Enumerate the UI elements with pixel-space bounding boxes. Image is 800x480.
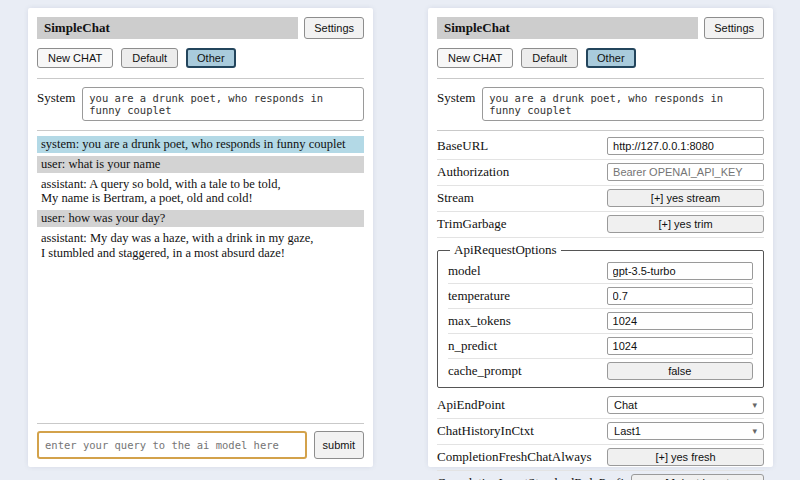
model-input[interactable]	[607, 262, 753, 280]
chat-message-assistant: assistant: A query so bold, with a tale …	[37, 176, 364, 208]
setting-row-cache-prompt: cache_prompt false	[448, 359, 753, 383]
setting-row-completion-insert-role-prefix: CompletionInsertStandardRolePrefix [-] d…	[437, 471, 764, 480]
baseurl-label: BaseURL	[437, 138, 488, 154]
app-title: SimpleChat	[437, 17, 698, 39]
chat-log: system: you are a drunk poet, who respon…	[37, 136, 364, 264]
query-row: submit	[37, 431, 364, 459]
cache-prompt-label: cache_prompt	[448, 363, 522, 379]
divider	[437, 78, 764, 79]
model-label: model	[448, 263, 481, 279]
settings-button[interactable]: Settings	[304, 17, 364, 39]
setting-row-api-endpoint: ApiEndPoint Chat ▾	[437, 393, 764, 419]
divider	[37, 423, 364, 424]
stream-toggle-button[interactable]: [+] yes stream	[607, 189, 764, 207]
max-tokens-input[interactable]	[607, 312, 753, 330]
divider	[437, 130, 764, 131]
setting-row-model: model	[448, 259, 753, 284]
system-prompt-label: System	[37, 87, 75, 106]
setting-row-trimgarbage: TrimGarbage [+] yes trim	[437, 212, 764, 238]
app-title: SimpleChat	[37, 17, 298, 39]
api-request-options-legend: ApiRequestOptions	[450, 242, 561, 258]
session-button-default[interactable]: Default	[521, 48, 578, 68]
setting-row-baseurl: BaseURL	[437, 134, 764, 160]
authorization-label: Authorization	[437, 164, 509, 180]
api-endpoint-selected-value: Chat	[614, 399, 637, 411]
baseurl-input[interactable]	[607, 137, 764, 155]
temperature-label: temperature	[448, 288, 510, 304]
completion-fresh-chat-label: CompletionFreshChatAlways	[437, 449, 592, 465]
temperature-input[interactable]	[607, 287, 753, 305]
session-button-other[interactable]: Other	[586, 48, 636, 68]
chat-message-system: system: you are a drunk poet, who respon…	[37, 136, 364, 153]
system-prompt-row: System you are a drunk poet, who respond…	[37, 87, 364, 121]
completion-insert-role-prefix-toggle-button[interactable]: [-] dont insert	[631, 474, 764, 480]
divider	[37, 78, 364, 79]
completion-insert-role-prefix-label: CompletionInsertStandardRolePrefix	[437, 475, 631, 480]
api-endpoint-label: ApiEndPoint	[437, 397, 505, 413]
settings-panel: SimpleChat Settings New CHAT Default Oth…	[428, 8, 773, 467]
completion-fresh-chat-toggle-button[interactable]: [+] yes fresh	[607, 448, 764, 466]
query-input[interactable]	[37, 431, 307, 459]
divider	[37, 130, 364, 131]
chat-history-in-ctxt-label: ChatHistoryInCtxt	[437, 423, 534, 439]
chevron-down-icon: ▾	[752, 401, 757, 410]
titlebar: SimpleChat Settings	[437, 17, 764, 39]
settings-button[interactable]: Settings	[704, 17, 764, 39]
api-endpoint-select[interactable]: Chat ▾	[607, 396, 764, 414]
trimgarbage-toggle-button[interactable]: [+] yes trim	[607, 215, 764, 233]
setting-row-completion-fresh-chat: CompletionFreshChatAlways [+] yes fresh	[437, 445, 764, 471]
max-tokens-label: max_tokens	[448, 313, 511, 329]
setting-row-authorization: Authorization	[437, 160, 764, 186]
setting-row-stream: Stream [+] yes stream	[437, 186, 764, 212]
n-predict-input[interactable]	[607, 337, 753, 355]
new-chat-button[interactable]: New CHAT	[437, 48, 513, 68]
system-prompt-label: System	[437, 87, 475, 106]
session-buttons: New CHAT Default Other	[437, 48, 764, 68]
session-buttons: New CHAT Default Other	[37, 48, 364, 68]
stream-label: Stream	[437, 190, 474, 206]
chat-panel: SimpleChat Settings New CHAT Default Oth…	[28, 8, 373, 467]
trimgarbage-label: TrimGarbage	[437, 216, 507, 232]
setting-row-n-predict: n_predict	[448, 334, 753, 359]
system-prompt-textarea[interactable]: you are a drunk poet, who responds in fu…	[82, 87, 364, 121]
chat-message-user: user: what is your name	[37, 156, 364, 173]
spacer	[37, 264, 364, 420]
session-button-default[interactable]: Default	[121, 48, 178, 68]
setting-row-max-tokens: max_tokens	[448, 309, 753, 334]
chat-message-assistant: assistant: My day was a haze, with a dri…	[37, 230, 364, 262]
api-request-options-fieldset: ApiRequestOptions model temperature max_…	[437, 242, 764, 388]
system-prompt-textarea[interactable]: you are a drunk poet, who responds in fu…	[482, 87, 764, 121]
n-predict-label: n_predict	[448, 338, 497, 354]
cache-prompt-toggle-button[interactable]: false	[607, 362, 753, 380]
new-chat-button[interactable]: New CHAT	[37, 48, 113, 68]
chevron-down-icon: ▾	[752, 427, 757, 436]
submit-button[interactable]: submit	[314, 431, 364, 459]
setting-row-chat-history-in-ctxt: ChatHistoryInCtxt Last1 ▾	[437, 419, 764, 445]
chat-message-user: user: how was your day?	[37, 210, 364, 227]
chat-history-in-ctxt-select[interactable]: Last1 ▾	[607, 422, 764, 440]
system-prompt-row: System you are a drunk poet, who respond…	[437, 87, 764, 121]
titlebar: SimpleChat Settings	[37, 17, 364, 39]
chat-history-selected-value: Last1	[614, 425, 641, 437]
authorization-input[interactable]	[607, 163, 764, 181]
workspace: SimpleChat Settings New CHAT Default Oth…	[0, 0, 800, 480]
setting-row-temperature: temperature	[448, 284, 753, 309]
session-button-other[interactable]: Other	[186, 48, 236, 68]
